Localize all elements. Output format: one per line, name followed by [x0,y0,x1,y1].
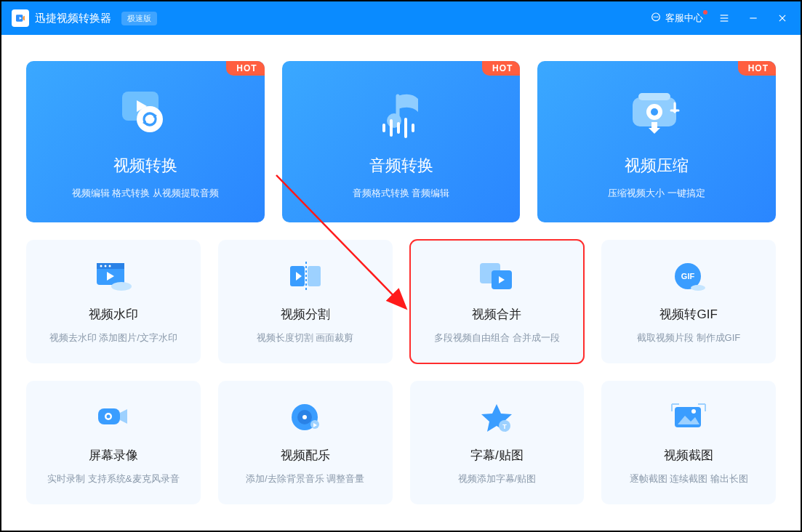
split-icon [286,259,325,293]
menu-button[interactable] [716,10,732,26]
hot-badge: HOT [738,61,776,76]
svg-rect-22 [412,124,414,132]
card-video-merge[interactable]: 视频合并 多段视频自由组合 合并成一段 [410,240,585,363]
svg-rect-24 [638,93,670,100]
mid-row: 视频水印 视频去水印 添加图片/文字水印 视频分割 视频长度切割 画面裁剪 视频… [26,240,776,363]
card-desc: 实时录制 支持系统&麦克风录音 [47,472,179,485]
card-desc: 视频长度切割 画面裁剪 [257,331,354,344]
main-content: HOT 视频转换 视频编辑 格式转换 从视频提取音频 HOT 音频转换 音频格式… [1,35,801,525]
card-video-compress[interactable]: HOT 视频压缩 压缩视频大小 一键搞定 [537,61,776,222]
svg-point-49 [106,414,110,418]
svg-point-60 [691,409,696,414]
card-video-to-gif[interactable]: GIF 视频转GIF 截取视频片段 制作成GIF [601,240,776,363]
top-row: HOT 视频转换 视频编辑 格式转换 从视频提取音频 HOT 音频转换 音频格式… [26,61,776,222]
card-video-music[interactable]: 视频配乐 添加/去除背景音乐 调整音量 [218,381,393,504]
svg-point-33 [104,265,106,267]
svg-point-3 [654,17,654,17]
titlebar-controls: 客服中心 [650,10,790,26]
svg-rect-29 [651,122,657,129]
bottom-row: 屏幕录像 实时录制 支持系统&麦克风录音 视频配乐 添加/去除背景音乐 调整音量… [26,381,776,504]
card-title: 视频压缩 [625,155,689,177]
svg-point-52 [302,415,307,419]
svg-rect-18 [382,124,385,132]
app-title: 迅捷视频转换器 [35,12,111,25]
svg-point-46 [691,285,705,291]
svg-point-5 [657,17,658,17]
card-subtitle-sticker[interactable]: T 字幕/贴图 视频添加字幕/贴图 [410,381,585,504]
card-desc: 添加/去除背景音乐 调整音量 [246,472,364,485]
svg-rect-19 [390,119,393,137]
minimize-button[interactable] [745,10,761,26]
chat-icon [650,12,662,25]
card-title: 视频转换 [113,155,177,177]
merge-icon [477,259,516,293]
card-title: 视频分割 [281,306,330,323]
svg-rect-20 [397,122,400,134]
video-convert-icon [116,84,175,142]
card-title: 视频转GIF [659,306,717,323]
audio-convert-icon [372,84,430,142]
hot-badge: HOT [226,61,264,76]
card-title: 音频转换 [369,155,433,177]
hot-badge: HOT [482,61,520,76]
svg-point-34 [108,265,111,267]
screenshot-icon [669,400,708,434]
svg-point-14 [137,106,163,132]
card-title: 视频水印 [89,306,138,323]
edition-badge: 极速版 [121,12,157,25]
screen-record-icon [94,400,133,434]
card-video-convert[interactable]: HOT 视频转换 视频编辑 格式转换 从视频提取音频 [26,61,265,222]
card-video-watermark[interactable]: 视频水印 视频去水印 添加图片/文字水印 [26,240,201,363]
card-title: 字幕/贴图 [470,447,524,464]
card-desc: 音频格式转换 音频编辑 [353,187,450,200]
svg-point-32 [100,265,102,267]
card-screen-record[interactable]: 屏幕录像 实时录制 支持系统&麦克风录音 [26,381,201,504]
card-title: 视频合并 [472,306,521,323]
watermark-icon [94,259,133,293]
card-video-split[interactable]: 视频分割 视频长度切割 画面裁剪 [218,240,393,363]
card-title: 视频截图 [664,447,713,464]
subtitle-icon: T [477,400,516,434]
card-desc: 多段视频自由组合 合并成一段 [434,331,560,344]
svg-text:GIF: GIF [681,272,695,281]
card-audio-convert[interactable]: HOT 音频转换 音频格式转换 音频编辑 [282,61,521,222]
app-logo: 迅捷视频转换器 极速版 [12,9,157,27]
card-desc: 视频编辑 格式转换 从视频提取音频 [72,187,219,200]
close-button[interactable] [774,10,790,26]
svg-rect-21 [404,118,407,138]
card-desc: 视频添加字幕/贴图 [458,472,537,485]
card-title: 屏幕录像 [89,447,138,464]
video-compress-icon [624,84,689,142]
svg-text:T: T [503,423,508,430]
titlebar: 迅捷视频转换器 极速版 客服中心 [1,1,801,35]
svg-point-36 [111,282,132,291]
gif-icon: GIF [669,259,708,293]
card-video-screenshot[interactable]: 视频截图 逐帧截图 连续截图 输出长图 [601,381,776,504]
notification-dot [703,10,707,15]
svg-point-26 [651,108,658,116]
card-desc: 逐帧截图 连续截图 输出长图 [630,472,748,485]
customer-service-label: 客服中心 [665,12,703,25]
customer-service-button[interactable]: 客服中心 [650,12,703,25]
svg-rect-38 [308,266,321,286]
card-title: 视频配乐 [281,447,330,464]
music-icon [286,400,325,434]
card-desc: 视频去水印 添加图片/文字水印 [49,331,177,344]
app-logo-icon [12,9,29,27]
card-desc: 压缩视频大小 一键搞定 [608,187,705,200]
svg-point-4 [656,17,657,17]
card-desc: 截取视频片段 制作成GIF [637,331,740,344]
